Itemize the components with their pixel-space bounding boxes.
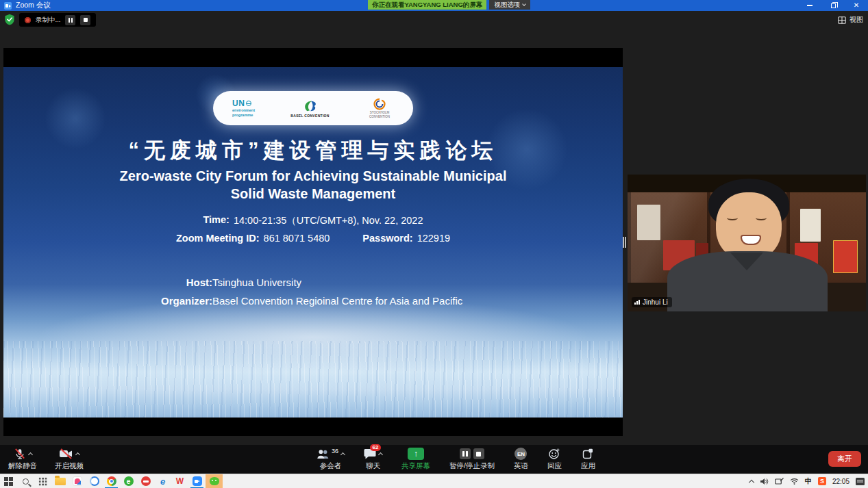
unep-logo-text: UN bbox=[232, 99, 245, 107]
red-circle-app-button[interactable] bbox=[137, 474, 154, 488]
slide-title-chinese: “无废城市”建设管理与实践论坛 bbox=[3, 136, 623, 165]
green-e-browser-icon: e bbox=[124, 476, 134, 486]
interpretation-button[interactable]: EN 英语 bbox=[514, 447, 528, 470]
chat-chevron[interactable] bbox=[378, 452, 383, 457]
stockholm-caption: STOCKHOLM CONVENTION bbox=[365, 111, 394, 118]
chrome-button[interactable] bbox=[103, 474, 120, 488]
participants-count: 36 bbox=[332, 448, 338, 454]
action-center-icon[interactable] bbox=[856, 478, 865, 485]
spacer bbox=[334, 233, 358, 244]
taskbar-clock[interactable]: 22:05 bbox=[832, 478, 850, 485]
tablet-pen-icon[interactable] bbox=[775, 478, 784, 485]
wifi-icon[interactable] bbox=[790, 478, 799, 485]
windows-taskbar: e e W 中 S 22:05 bbox=[0, 474, 868, 488]
view-button[interactable]: 视图 bbox=[838, 15, 863, 25]
record-label: 暂停/停止录制 bbox=[449, 462, 495, 470]
pink-media-app-button[interactable] bbox=[69, 474, 86, 488]
file-explorer-button[interactable] bbox=[51, 474, 69, 488]
meeting-security-shield-icon[interactable] bbox=[4, 14, 15, 28]
restore-icon bbox=[831, 3, 836, 8]
taskbar-app-tiles: e e W bbox=[0, 474, 223, 488]
blue-circle-app-button[interactable] bbox=[86, 474, 103, 488]
search-icon bbox=[23, 478, 29, 485]
participants-chevron[interactable] bbox=[340, 452, 345, 457]
participant-smile bbox=[741, 235, 761, 245]
participant-eye bbox=[727, 216, 738, 220]
red-certificate-decoration bbox=[833, 240, 858, 273]
wps-office-button[interactable]: W bbox=[171, 474, 188, 488]
restore-button[interactable] bbox=[821, 0, 845, 11]
pause-recording-button[interactable] bbox=[65, 15, 75, 25]
basel-caption: BASEL CONVENTION bbox=[290, 114, 329, 118]
participants-button[interactable]: 36 参会者 bbox=[317, 447, 345, 470]
unep-logo-sub1: environment bbox=[232, 109, 255, 113]
task-view-button[interactable] bbox=[34, 474, 51, 488]
taskbar-search-button[interactable] bbox=[17, 474, 34, 488]
reactions-button[interactable]: 回应 bbox=[547, 447, 562, 470]
window-controls: ✕ bbox=[798, 0, 868, 11]
stop-recording-icon[interactable] bbox=[473, 448, 484, 459]
system-tray: 中 S 22:05 bbox=[749, 474, 868, 488]
chat-unread-badge: 62 bbox=[370, 444, 381, 451]
participant-video-tile[interactable]: Jinhui Li bbox=[628, 175, 866, 311]
view-options-button[interactable]: 视图选项 bbox=[489, 0, 530, 10]
task-view-icon bbox=[38, 477, 47, 486]
signal-bars-icon bbox=[634, 300, 640, 305]
panel-resize-grip[interactable] bbox=[623, 235, 627, 249]
start-button[interactable] bbox=[0, 474, 17, 488]
recording-dot-icon bbox=[25, 17, 31, 23]
stop-icon bbox=[84, 18, 88, 23]
leave-meeting-button[interactable]: 离开 bbox=[828, 451, 861, 467]
apps-icon bbox=[582, 448, 593, 459]
internet-explorer-button[interactable]: e bbox=[154, 474, 171, 488]
blue-circle-app-icon bbox=[90, 476, 99, 486]
start-video-button[interactable]: 开启视频 bbox=[55, 447, 84, 470]
interpretation-label: 英语 bbox=[514, 462, 528, 470]
slide-organizer-row: Organizer: Basel Convention Regioinal Ce… bbox=[3, 295, 623, 307]
participant-name: Jinhui Li bbox=[643, 298, 668, 306]
unmute-button[interactable]: 解除静音 bbox=[8, 447, 37, 470]
view-button-label: 视图 bbox=[850, 15, 863, 25]
zoom-app-icon bbox=[4, 2, 12, 10]
apps-button[interactable]: 应用 bbox=[581, 447, 595, 470]
sogou-input-icon[interactable]: S bbox=[818, 477, 826, 485]
internet-explorer-icon: e bbox=[160, 477, 165, 486]
organizer-label: Organizer: bbox=[3, 295, 212, 307]
start-video-label: 开启视频 bbox=[55, 462, 84, 470]
hidden-icons-chevron[interactable] bbox=[749, 479, 754, 485]
books-decoration bbox=[637, 205, 660, 240]
speaker-icon[interactable] bbox=[760, 478, 769, 485]
time-value: 14:00-21:35（UTC/GMT+8), Nov. 22, 2022 bbox=[234, 214, 423, 227]
meeting-id-label: Zoom Meeting ID: bbox=[176, 233, 260, 244]
pink-media-app-icon bbox=[73, 476, 82, 486]
green-e-browser-button[interactable]: e bbox=[120, 474, 137, 488]
audio-options-chevron[interactable] bbox=[27, 452, 32, 457]
basel-convention-logo: BASEL CONVENTION bbox=[290, 99, 329, 118]
zoom-taskbar-button[interactable] bbox=[188, 474, 206, 488]
window-titlebar: Zoom 会议 你正在观看YANGYANG LIANG的屏幕 视图选项 ✕ bbox=[0, 0, 868, 11]
video-options-chevron[interactable] bbox=[75, 452, 80, 457]
close-button[interactable]: ✕ bbox=[845, 0, 868, 11]
share-screen-button[interactable]: ↑ 共享屏幕 bbox=[401, 447, 430, 470]
wechat-button[interactable] bbox=[206, 474, 223, 488]
participants-icon bbox=[317, 449, 330, 459]
password-value: 122919 bbox=[417, 233, 450, 244]
stop-recording-button[interactable] bbox=[80, 15, 90, 25]
chat-button[interactable]: 62 聊天 bbox=[364, 447, 382, 470]
toolbar-center-group: 36 参会者 62 聊天 bbox=[317, 447, 595, 470]
camera-off-icon bbox=[59, 448, 73, 459]
microphone-muted-icon bbox=[14, 448, 26, 460]
toolbar-left-group: 解除静音 开启视频 bbox=[8, 447, 84, 470]
books-decoration bbox=[800, 209, 821, 242]
basel-swirl-icon bbox=[301, 99, 319, 113]
pause-stop-recording-button[interactable]: 暂停/停止录制 bbox=[449, 447, 495, 470]
watching-screen-banner: 你正在观看YANGYANG LIANG的屏幕 bbox=[368, 0, 486, 10]
organizer-value: Basel Convention Regioinal Centre for As… bbox=[212, 295, 462, 307]
window-title: Zoom 会议 bbox=[16, 1, 51, 10]
reactions-label: 回应 bbox=[547, 462, 562, 470]
wechat-icon bbox=[210, 477, 219, 485]
pause-recording-icon[interactable] bbox=[460, 448, 471, 459]
input-method-indicator[interactable]: 中 bbox=[805, 476, 812, 486]
minimize-button[interactable] bbox=[798, 0, 821, 11]
slide-title-english-line1: Zero-waste City Forum for Achieving Sust… bbox=[3, 167, 623, 185]
